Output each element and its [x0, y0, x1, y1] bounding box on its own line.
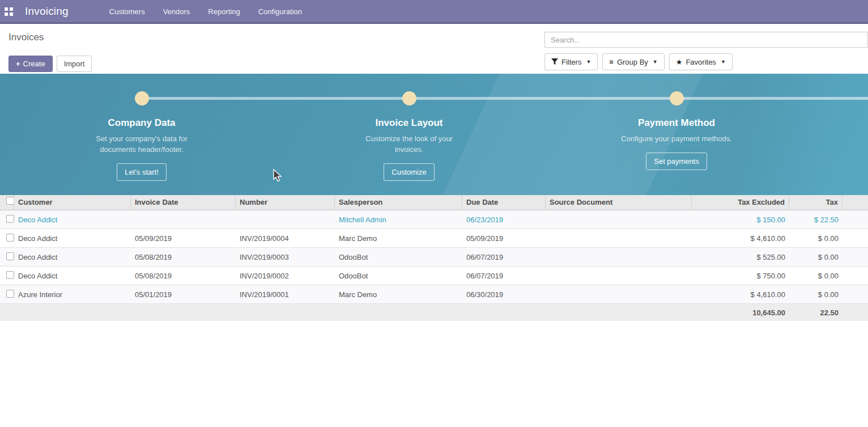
cell-tax-excluded[interactable]: $ 4,610.00 [692, 234, 789, 243]
cell-salesperson[interactable]: OdooBot [335, 253, 462, 261]
cell-due-date[interactable]: 06/23/2019 [462, 215, 546, 224]
table-row[interactable]: Azure Interior 05/01/2019 INV/2019/0001 … [0, 285, 868, 304]
column-header-invoice-date[interactable]: Invoice Date [131, 195, 236, 210]
group-by-button[interactable]: ≡ Group By ▼ [602, 53, 664, 70]
cell-salesperson[interactable]: Marc Demo [335, 234, 462, 243]
filters-button-label: Filters [561, 58, 581, 66]
filter-funnel-icon [551, 58, 558, 65]
caret-down-icon: ▼ [653, 59, 658, 65]
select-all-checkbox[interactable] [6, 197, 14, 205]
column-header-tax-excluded[interactable]: Tax Excluded [692, 195, 789, 210]
cell-salesperson[interactable]: Mitchell Admin [335, 215, 462, 224]
lets-start-button[interactable]: Let's start! [117, 163, 167, 181]
main-menu: Customers Vendors Reporting Configuratio… [100, 0, 311, 23]
table-row[interactable]: Deco Addict 05/08/2019 INV/2019/0002 Odo… [0, 267, 868, 285]
cell-number[interactable]: INV/2019/0002 [236, 272, 335, 280]
row-checkbox[interactable] [6, 252, 14, 260]
cell-salesperson[interactable]: Marc Demo [335, 290, 462, 299]
control-panel: Invoices + Create Import Filters ▼ ≡ Gro… [0, 24, 868, 74]
cell-number[interactable]: INV/2019/0003 [236, 253, 335, 261]
customize-button[interactable]: Customize [384, 163, 434, 181]
create-button[interactable]: + Create [8, 56, 53, 72]
filters-button[interactable]: Filters ▼ [544, 53, 598, 70]
column-header-salesperson[interactable]: Salesperson [335, 195, 462, 210]
favorites-button[interactable]: ★ Favorites ▼ [669, 53, 733, 70]
cell-salesperson[interactable]: OdooBot [335, 272, 462, 280]
row-checkbox[interactable] [6, 215, 14, 223]
column-header-tax[interactable]: Tax [789, 195, 843, 210]
onboarding-step-payment-method: Payment Method Configure your payment me… [592, 74, 761, 170]
group-by-lines-icon: ≡ [609, 58, 614, 66]
cell-invoice-date[interactable]: 05/08/2019 [131, 253, 236, 261]
caret-down-icon: ▼ [586, 59, 591, 65]
footer-tax-excluded-total: 10,645.00 [692, 308, 789, 317]
column-header-customer[interactable]: Customer [14, 195, 131, 210]
invoices-table: Customer Invoice Date Number Salesperson… [0, 195, 868, 321]
cell-customer[interactable]: Deco Addict [14, 253, 131, 261]
cell-customer[interactable]: Deco Addict [14, 272, 131, 280]
app-brand[interactable]: Invoicing [25, 5, 69, 18]
search-input[interactable] [544, 32, 868, 48]
step-description: Configure your payment methods. [621, 133, 732, 144]
action-buttons: + Create Import [8, 56, 92, 72]
nav-item-vendors[interactable]: Vendors [154, 0, 199, 23]
cell-due-date[interactable]: 06/30/2019 [462, 290, 546, 299]
column-header-number[interactable]: Number [236, 195, 335, 210]
table-row[interactable]: Deco Addict Mitchell Admin 06/23/2019 $ … [0, 210, 868, 229]
invoicing-app-screen: Invoicing Customers Vendors Reporting Co… [0, 0, 868, 427]
plus-icon: + [16, 60, 20, 68]
table-row[interactable]: Deco Addict 05/08/2019 INV/2019/0003 Odo… [0, 248, 868, 267]
create-button-label: Create [23, 60, 45, 68]
table-row[interactable]: Deco Addict 05/09/2019 INV/2019/0004 Mar… [0, 229, 868, 248]
cell-tax[interactable]: $ 22.50 [789, 215, 843, 224]
import-button[interactable]: Import [57, 56, 92, 72]
step-title: Payment Method [638, 117, 715, 129]
favorites-button-label: Favorites [686, 58, 716, 66]
cell-tax-excluded[interactable]: $ 4,610.00 [692, 290, 789, 299]
nav-item-configuration[interactable]: Configuration [249, 0, 311, 23]
cell-tax[interactable]: $ 0.00 [789, 290, 843, 299]
cell-invoice-date[interactable]: 05/08/2019 [131, 272, 236, 280]
cell-due-date[interactable]: 06/07/2019 [462, 272, 546, 280]
page-title: Invoices [8, 32, 44, 43]
cell-due-date[interactable]: 06/07/2019 [462, 253, 546, 261]
select-all-cell [0, 195, 14, 210]
cell-tax-excluded[interactable]: $ 525.00 [692, 253, 789, 261]
cell-tax[interactable]: $ 0.00 [789, 234, 843, 243]
set-payments-button[interactable]: Set payments [646, 153, 707, 170]
step-description: Customize the look of your invoices. [353, 133, 465, 155]
row-checkbox[interactable] [6, 271, 14, 279]
cell-tax[interactable]: $ 0.00 [789, 272, 843, 280]
nav-item-reporting[interactable]: Reporting [199, 0, 249, 23]
step-title: Invoice Layout [375, 117, 442, 129]
top-navbar: Invoicing Customers Vendors Reporting Co… [0, 0, 868, 24]
table-header-row: Customer Invoice Date Number Salesperson… [0, 195, 868, 210]
cell-customer[interactable]: Deco Addict [14, 215, 131, 224]
cell-tax-excluded[interactable]: $ 150.00 [692, 215, 789, 224]
cell-tax[interactable]: $ 0.00 [789, 253, 843, 261]
grid-icon [5, 7, 13, 16]
step-dot-icon [670, 91, 684, 105]
cell-due-date[interactable]: 05/09/2019 [462, 234, 546, 243]
column-header-source-document[interactable]: Source Document [546, 195, 692, 210]
onboarding-step-company-data: Company Data Set your company's data for… [57, 74, 227, 181]
cell-tax-excluded[interactable]: $ 750.00 [692, 272, 789, 280]
cell-customer[interactable]: Deco Addict [14, 234, 131, 243]
table-footer-row: 10,645.00 22.50 [0, 304, 868, 321]
caret-down-icon: ▼ [721, 59, 726, 65]
row-checkbox[interactable] [6, 290, 14, 298]
nav-item-customers[interactable]: Customers [100, 0, 154, 23]
step-dot-icon [135, 91, 149, 105]
cell-invoice-date[interactable]: 05/01/2019 [131, 290, 236, 299]
cell-customer[interactable]: Azure Interior [14, 290, 131, 299]
cell-number[interactable]: INV/2019/0001 [236, 290, 335, 299]
onboarding-banner: Company Data Set your company's data for… [0, 74, 868, 195]
apps-menu-icon[interactable] [0, 0, 17, 23]
column-header-due-date[interactable]: Due Date [462, 195, 546, 210]
step-title: Company Data [108, 117, 175, 129]
group-by-button-label: Group By [617, 58, 648, 66]
cell-number[interactable]: INV/2019/0004 [236, 234, 335, 243]
footer-tax-total: 22.50 [789, 308, 843, 317]
row-checkbox[interactable] [6, 234, 14, 242]
cell-invoice-date[interactable]: 05/09/2019 [131, 234, 236, 243]
